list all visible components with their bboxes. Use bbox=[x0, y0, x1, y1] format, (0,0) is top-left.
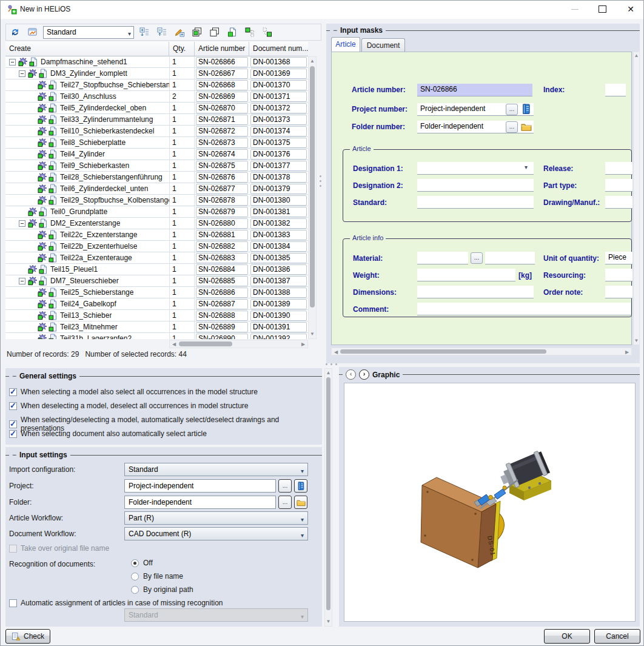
row-article-number[interactable]: SN-026881 bbox=[196, 230, 248, 240]
designation2-field[interactable] bbox=[417, 179, 534, 192]
part-checked-icon[interactable] bbox=[38, 288, 47, 297]
cancel-button[interactable]: Cancel bbox=[594, 629, 640, 644]
recognition-option[interactable]: By original path bbox=[131, 585, 193, 594]
project-browse-button[interactable]: ... bbox=[506, 104, 518, 115]
comment-field[interactable] bbox=[417, 303, 631, 315]
table-row[interactable]: Teil4_Zylinder 1 SN-026874 DN-001376 bbox=[5, 149, 308, 160]
part-type-field[interactable] bbox=[605, 179, 632, 192]
table-hscrollbar[interactable]: ◀ ▶ bbox=[169, 340, 308, 348]
table-row[interactable]: Teil8_Schieberplatte 1 SN-026873 DN-0013… bbox=[5, 137, 308, 149]
row-document-number[interactable]: DN-001377 bbox=[250, 161, 307, 171]
folder-field[interactable]: Folder-independent bbox=[124, 496, 276, 509]
column-header-qty[interactable]: Qty. bbox=[169, 42, 195, 56]
row-document-number[interactable]: DN-001386 bbox=[250, 264, 307, 275]
ok-button[interactable]: OK bbox=[544, 629, 590, 644]
row-document-number[interactable]: DN-001370 bbox=[250, 80, 307, 90]
table-row[interactable]: Teil9_Schieberkasten 1 SN-026875 DN-0013… bbox=[5, 160, 308, 172]
project-browse-button[interactable]: ... bbox=[278, 479, 292, 493]
column-header-document-number[interactable]: Document num... bbox=[249, 42, 308, 56]
table-row[interactable]: Teil6_Zylinderdeckel_unten 1 SN-026877 D… bbox=[5, 183, 308, 195]
table-row[interactable]: Dampfmaschine_stehend1 1 SN-026866 DN-00… bbox=[5, 56, 308, 68]
part-checked-icon[interactable] bbox=[28, 207, 38, 217]
part-checked-icon[interactable] bbox=[28, 218, 38, 228]
part-checked-icon[interactable] bbox=[38, 115, 47, 124]
expander-icon[interactable] bbox=[19, 70, 25, 77]
general-setting-checkbox[interactable]: When selecting a model also select all o… bbox=[9, 388, 258, 396]
document-checked-icon[interactable] bbox=[48, 161, 58, 170]
document-checked-icon[interactable] bbox=[48, 311, 58, 320]
select-structure-button[interactable] bbox=[244, 26, 256, 38]
graphic-viewport[interactable]: DS-01 bbox=[344, 383, 636, 622]
part-checked-icon[interactable] bbox=[38, 230, 47, 240]
row-document-number[interactable]: DN-001380 bbox=[250, 195, 307, 206]
column-header-article-number[interactable]: Article number bbox=[195, 42, 249, 56]
row-document-number[interactable]: DN-001373 bbox=[250, 115, 307, 125]
general-setting-checkbox[interactable]: When deselecting a model, deselect all o… bbox=[9, 402, 249, 410]
auto-assign-checkbox[interactable]: Automatic assignment of articles in case… bbox=[9, 599, 223, 607]
import-config-select[interactable]: Standard▾ bbox=[124, 463, 308, 476]
row-article-number[interactable]: SN-026890 bbox=[196, 334, 248, 340]
check-button[interactable]: Check bbox=[5, 629, 50, 644]
document-checked-icon[interactable] bbox=[48, 138, 58, 147]
part-checked-icon[interactable] bbox=[38, 299, 47, 309]
part-checked-icon[interactable] bbox=[38, 126, 47, 136]
column-header-create[interactable]: Create bbox=[5, 42, 169, 56]
table-row[interactable]: Teil33_Zylinderummantelung 1 SN-026871 D… bbox=[5, 114, 308, 126]
table-row[interactable]: Teil30_Anschluss 2 SN-026869 DN-001371 bbox=[5, 91, 308, 103]
apply-view-button[interactable] bbox=[27, 26, 39, 38]
document-checked-icon[interactable] bbox=[48, 334, 58, 339]
document-checked-icon[interactable] bbox=[48, 172, 58, 182]
weight-field[interactable] bbox=[417, 269, 515, 281]
folder-open-button[interactable] bbox=[294, 496, 307, 509]
row-article-number[interactable]: SN-026879 bbox=[196, 207, 248, 217]
table-row[interactable]: DM2_Exzenterstange 1 SN-026880 DN-001382 bbox=[5, 218, 308, 229]
table-row[interactable]: Teil24_Gabelkopf 1 SN-026887 DN-001389 bbox=[5, 298, 308, 310]
part-checked-icon[interactable] bbox=[38, 311, 47, 320]
part-checked-icon[interactable] bbox=[38, 103, 47, 113]
table-row[interactable]: Teil22b_Exzenterhuelse 1 SN-026882 DN-00… bbox=[5, 241, 308, 252]
part-checked-icon[interactable] bbox=[38, 80, 47, 90]
expander-icon[interactable] bbox=[19, 220, 25, 227]
part-checked-icon[interactable] bbox=[38, 184, 47, 193]
row-article-number[interactable]: SN-026886 bbox=[196, 288, 248, 298]
row-document-number[interactable]: DN-001383 bbox=[250, 230, 307, 240]
document-checked-icon[interactable] bbox=[48, 80, 58, 90]
table-row[interactable]: Teil22c_Exzenterstange 1 SN-026881 DN-00… bbox=[5, 229, 308, 241]
part-checked-icon[interactable] bbox=[38, 92, 47, 101]
expander-icon[interactable] bbox=[9, 59, 16, 66]
table-row[interactable]: Teil25_Schieberstange 1 SN-026886 DN-001… bbox=[5, 287, 308, 298]
part-checked-icon[interactable] bbox=[38, 241, 47, 251]
tab-article[interactable]: Article bbox=[331, 37, 360, 52]
recognition-option[interactable]: Off bbox=[131, 559, 153, 567]
table-row[interactable]: Teil22a_Exzenterauge 1 SN-026883 DN-0013… bbox=[5, 252, 308, 264]
part-checked-icon[interactable] bbox=[38, 161, 47, 170]
row-document-number[interactable]: DN-001378 bbox=[250, 172, 307, 183]
close-button[interactable]: ✕ bbox=[620, 1, 641, 18]
part-checked-icon[interactable] bbox=[38, 253, 47, 263]
row-article-number[interactable]: SN-026868 bbox=[196, 80, 248, 90]
document-checked-icon[interactable] bbox=[48, 241, 58, 251]
document-checked-icon[interactable] bbox=[38, 276, 48, 286]
select-substructure-button[interactable] bbox=[261, 26, 273, 38]
row-document-number[interactable]: DN-001385 bbox=[250, 253, 307, 263]
document-checked-icon[interactable] bbox=[48, 126, 58, 136]
row-article-number[interactable]: SN-026885 bbox=[196, 276, 248, 286]
part-checked-icon[interactable] bbox=[28, 264, 38, 274]
document-checked-icon[interactable] bbox=[48, 103, 58, 113]
article-workflow-select[interactable]: Part (R)▾ bbox=[124, 511, 308, 525]
collapse-general-settings[interactable] bbox=[12, 373, 16, 379]
collapse-input-masks[interactable] bbox=[333, 27, 337, 33]
part-checked-icon[interactable] bbox=[38, 138, 47, 147]
document-checked-icon[interactable] bbox=[48, 299, 58, 309]
refresh-button[interactable] bbox=[9, 26, 21, 38]
horizontal-splitter[interactable] bbox=[326, 363, 337, 365]
document-checked-icon[interactable] bbox=[48, 149, 58, 159]
material-field2[interactable] bbox=[485, 252, 535, 264]
maximize-button[interactable] bbox=[592, 1, 612, 18]
row-article-number[interactable]: SN-026883 bbox=[196, 253, 248, 263]
document-checked-icon[interactable] bbox=[38, 218, 48, 228]
document-checked-icon[interactable] bbox=[48, 230, 58, 240]
row-article-number[interactable]: SN-026887 bbox=[196, 299, 248, 309]
project-server-button[interactable] bbox=[294, 479, 307, 493]
row-article-number[interactable]: SN-026880 bbox=[196, 218, 248, 229]
